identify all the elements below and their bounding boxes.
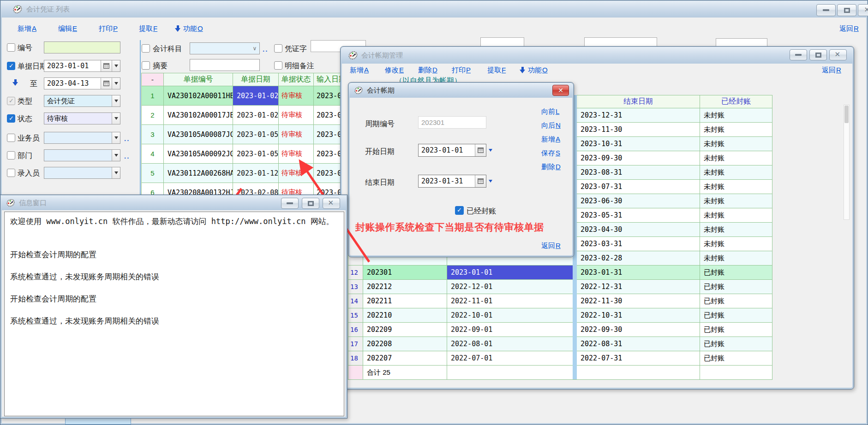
voucher-titlebar[interactable] xyxy=(1,1,867,18)
cell[interactable]: 2022-10-01 xyxy=(447,308,577,323)
period-row[interactable]: 172022082022-08-012022-08-31已封账 xyxy=(348,337,772,351)
cell[interactable]: VA230105A00092JGJ xyxy=(164,144,233,164)
cell[interactable]: 17 xyxy=(348,337,363,351)
cell[interactable]: 202208 xyxy=(363,337,447,351)
entry-clerk-checkbox[interactable] xyxy=(7,169,15,177)
chevron-down-icon[interactable] xyxy=(112,95,120,106)
menu-item-next[interactable]: 向后N xyxy=(541,121,561,130)
menu-item-add[interactable]: 新增A xyxy=(18,24,36,33)
cell[interactable]: 未封账 xyxy=(700,251,772,266)
cell[interactable]: 2023-01-12 xyxy=(233,164,279,183)
period-row[interactable]: 122023012023-01-012023-01-31已封账 xyxy=(348,266,772,280)
cell[interactable]: 16 xyxy=(348,323,363,337)
cell[interactable]: VA230105A00087JCA xyxy=(164,125,233,144)
cell[interactable]: 2022-08-01 xyxy=(447,337,577,351)
cell[interactable]: 2023-01-02 xyxy=(233,86,279,106)
cell[interactable]: 13 xyxy=(348,280,363,294)
dialog-close-button[interactable] xyxy=(552,85,569,96)
cell[interactable]: 2023-01-01 xyxy=(447,266,577,280)
maximize-button[interactable] xyxy=(809,49,827,60)
calendar-icon[interactable] xyxy=(475,175,486,187)
doc-date-checkbox[interactable] xyxy=(7,62,15,70)
type-combo[interactable]: 会计凭证 xyxy=(44,95,120,107)
period-row[interactable]: 142022112022-11-012022-11-30已封账 xyxy=(348,294,772,308)
cell[interactable]: 未封账 xyxy=(700,165,772,180)
bottom-combo-fragment[interactable] xyxy=(65,418,131,425)
cell[interactable]: 2023-05-31 xyxy=(577,208,700,223)
cell[interactable]: 已封账 xyxy=(700,280,772,294)
period-row[interactable]: 182022072022-07-012022-07-31已封账 xyxy=(348,351,772,366)
cell[interactable]: 2022-12-31 xyxy=(577,280,700,294)
filter-input-fragment[interactable] xyxy=(716,38,767,47)
cell[interactable]: 未封账 xyxy=(700,151,772,165)
voucher-row[interactable]: 5VA230112A00268HAG2023-01-12待审核2023-0 xyxy=(142,164,356,183)
department-combo[interactable] xyxy=(44,149,120,161)
column-header[interactable]: 单据编号 xyxy=(164,73,233,86)
cell[interactable]: 待审核 xyxy=(279,164,314,183)
cell[interactable]: 3 xyxy=(142,125,164,144)
menu-item-add[interactable]: 新增A xyxy=(541,135,560,144)
cell[interactable]: 已封账 xyxy=(700,323,772,337)
column-header[interactable]: 单据状态 xyxy=(279,73,314,86)
minimize-button[interactable] xyxy=(816,4,836,16)
cell[interactable]: 2023-06-30 xyxy=(577,194,700,208)
summary-checkbox[interactable] xyxy=(142,61,150,70)
detail-note-checkbox[interactable] xyxy=(274,61,282,70)
cell[interactable]: 4 xyxy=(142,144,164,164)
to-date-date-field[interactable]: 2023-04-13 xyxy=(44,77,120,89)
menu-item-functions[interactable]: 功能O xyxy=(520,66,548,75)
status-combo[interactable]: 待审核 xyxy=(44,112,120,124)
doc-date-date-field[interactable]: 2023-01-01 xyxy=(44,60,120,72)
menu-item-save[interactable]: 保存S xyxy=(541,149,560,158)
cell[interactable]: 已封账 xyxy=(700,308,772,323)
cell[interactable]: VA230112A00268HAG xyxy=(164,164,233,183)
cell[interactable]: 2023-10-31 xyxy=(577,137,700,151)
voucher-row[interactable]: 4VA230105A00092JGJ2023-01-05待审核2023-0 xyxy=(142,144,356,164)
cell[interactable]: 2022-10-31 xyxy=(577,308,700,323)
cell[interactable]: 待审核 xyxy=(279,144,314,164)
end-date-input[interactable]: 2023-01-31 xyxy=(418,175,486,188)
menu-item-print[interactable]: 打印P xyxy=(452,66,471,75)
cell[interactable]: 未封账 xyxy=(700,137,772,151)
cell[interactable]: VA230102A00011HBG xyxy=(164,86,233,106)
cell[interactable]: 2023-03-31 xyxy=(577,237,700,251)
chevron-down-icon[interactable] xyxy=(112,167,120,178)
number-input[interactable] xyxy=(44,41,120,53)
department-checkbox[interactable] xyxy=(7,151,15,159)
menu-item-delete[interactable]: 删除D xyxy=(541,163,561,171)
cell[interactable]: 202207 xyxy=(363,351,447,366)
cell[interactable]: 已封账 xyxy=(700,294,772,308)
chevron-down-icon[interactable] xyxy=(112,60,120,71)
cell[interactable]: 18 xyxy=(348,351,363,366)
menu-item-edit[interactable]: 编辑E xyxy=(58,24,77,33)
salesman-checkbox[interactable] xyxy=(7,134,15,142)
cell[interactable]: 2022-12-01 xyxy=(447,280,577,294)
period-number-input[interactable]: 202301 xyxy=(418,116,486,129)
close-button[interactable] xyxy=(858,4,868,16)
accounting-subject-checkbox[interactable] xyxy=(142,44,150,53)
cell[interactable]: 2022-11-30 xyxy=(577,294,700,308)
voucher-row[interactable]: 1VA230102A00011HBG2023-01-02待审核2023-0 xyxy=(142,86,356,106)
entry-clerk-combo[interactable] xyxy=(44,167,120,179)
cell[interactable]: 202301 xyxy=(363,266,447,280)
cell[interactable]: 1 xyxy=(142,86,164,106)
column-header[interactable]: 单据日期 xyxy=(233,73,279,86)
cell[interactable]: 2023-09-30 xyxy=(577,151,700,165)
back-link[interactable]: 返回R xyxy=(839,24,859,33)
cell[interactable]: 2022-08-31 xyxy=(577,337,700,351)
cell[interactable]: 2023-01-31 xyxy=(577,266,700,280)
cell[interactable]: 202209 xyxy=(363,323,447,337)
cell[interactable]: 2 xyxy=(142,106,164,125)
cell[interactable]: 未封账 xyxy=(700,108,772,123)
cell[interactable]: 2022-09-01 xyxy=(447,323,577,337)
cell[interactable]: 2022-07-01 xyxy=(447,351,577,366)
cell[interactable]: 12 xyxy=(348,266,363,280)
cell[interactable]: 已封账 xyxy=(700,266,772,280)
cell[interactable]: 未封账 xyxy=(700,237,772,251)
close-button[interactable] xyxy=(323,198,340,209)
maximize-button[interactable] xyxy=(837,4,856,16)
cell[interactable]: 2023-07-31 xyxy=(577,180,700,194)
cell[interactable]: 2023-02-28 xyxy=(577,251,700,266)
cell[interactable]: 2023-12-31 xyxy=(577,108,700,123)
summary-input[interactable] xyxy=(190,59,260,71)
